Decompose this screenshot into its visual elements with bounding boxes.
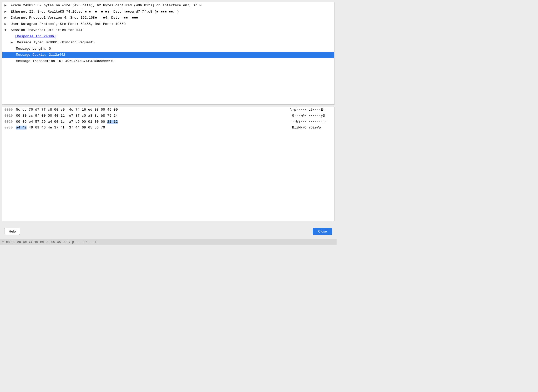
- hex-offset-0010: 0010: [4, 113, 16, 119]
- hex-ascii-0030: ·BIiFN7O 7DieVp: [290, 125, 332, 131]
- close-button[interactable]: Close: [313, 228, 332, 235]
- tree-row-ip-text: Internet Protocol Version 4, Src: 192.16…: [11, 16, 138, 20]
- tree-row-stun[interactable]: ▼ Session Traversal Utilities for NAT: [2, 27, 334, 33]
- hex-bytes-0020: 00 09 e4 57 29 a4 00 1c a7 b5 00 01 00 0…: [16, 119, 290, 125]
- hex-offset-0030: 0030: [4, 125, 16, 131]
- packet-tree-panel[interactable]: ▶ Frame 24302: 62 bytes on wire (496 bit…: [2, 2, 334, 105]
- tree-row-ethernet[interactable]: ▶ Ethernet II, Src: RealteKS_74:16:ed ■ …: [2, 9, 334, 15]
- hex-bytes-0030: a4 42 49 69 46 4e 37 4f 37 44 69 65 56 7…: [16, 125, 290, 131]
- hex-row-0000: 0000 5c dd 70 d7 7f c8 00 e0 4c 74 16 ed…: [2, 107, 334, 113]
- tree-row-stun-text: Session Traversal Utilities for NAT: [11, 28, 83, 32]
- hex-highlight-a4-42: a4 42: [16, 126, 27, 130]
- tree-row-msg-cookie[interactable]: Message Cookie: 2112a442: [2, 52, 334, 58]
- expand-icon-stun[interactable]: ▼: [4, 28, 8, 33]
- expand-icon-ethernet[interactable]: ▶: [4, 9, 8, 14]
- hex-row-0030: 0030 a4 42 49 69 46 4e 37 4f 37 44 69 65…: [2, 125, 334, 131]
- hex-ascii-0010: ·0····@· ······y$: [290, 113, 332, 119]
- tree-row-msg-length-text: Message Length: 0: [16, 47, 51, 51]
- tree-row-response-in[interactable]: [Response In: 24306]: [2, 33, 334, 40]
- hex-offset-0020: 0020: [4, 119, 16, 125]
- tree-row-msg-type-text: Message Type: 0x0001 (Binding Request): [17, 40, 95, 44]
- hex-bytes-0000: 5c dd 70 d7 7f c8 00 e0 4c 74 16 ed 08 0…: [16, 107, 290, 113]
- expand-icon-response-in: [9, 34, 12, 39]
- tree-row-udp-text: User Datagram Protocol, Src Port: 58455,…: [11, 22, 126, 26]
- response-in-link[interactable]: [Response In: 24306]: [15, 34, 56, 38]
- hex-row-0010: 0010 00 30 cc 9f 00 00 40 11 e7 8f c0 a8…: [2, 113, 334, 119]
- hex-bytes-0010: 00 30 cc 9f 00 00 40 11 e7 8f c0 a8 8c b…: [16, 113, 290, 119]
- status-text: f·c8·00·e0 4c·74·16·ed·08·00·45·00 \·p··…: [2, 240, 99, 244]
- hex-ascii-0000: \·p····· Lt····E·: [290, 107, 332, 113]
- tree-row-msg-length[interactable]: Message Length: 0: [2, 46, 334, 52]
- tree-row-msg-cookie-text: Message Cookie: 2112a442: [16, 53, 65, 57]
- footer: Help Close: [0, 223, 337, 239]
- hex-ascii-0020: ···W)··· ·······!·: [290, 119, 332, 125]
- hex-highlight-21-12: 21 12: [107, 120, 118, 124]
- status-bar: f·c8·00·e0 4c·74·16·ed·08·00·45·00 \·p··…: [0, 239, 337, 245]
- hex-panel[interactable]: 0000 5c dd 70 d7 7f c8 00 e0 4c 74 16 ed…: [2, 107, 334, 221]
- hex-offset-0000: 0000: [4, 107, 16, 113]
- tree-row-frame-text: Frame 24302: 62 bytes on wire (496 bits)…: [11, 3, 202, 7]
- tree-row-udp[interactable]: ▶ User Datagram Protocol, Src Port: 5845…: [2, 21, 334, 27]
- tree-row-msg-type[interactable]: ▶ Message Type: 0x0001 (Binding Request): [2, 39, 334, 46]
- help-button[interactable]: Help: [4, 228, 20, 235]
- tree-row-msg-txid[interactable]: Message Transaction ID: 4969464e374f3744…: [2, 58, 334, 64]
- expand-icon-ip[interactable]: ▶: [4, 15, 8, 20]
- indent-spacer: [4, 34, 9, 38]
- hex-row-0020: 0020 00 09 e4 57 29 a4 00 1c a7 b5 00 01…: [2, 119, 334, 125]
- expand-icon-frame[interactable]: ▶: [4, 3, 8, 8]
- expand-icon-udp[interactable]: ▶: [4, 22, 8, 27]
- main-container: ▶ Frame 24302: 62 bytes on wire (496 bit…: [0, 0, 337, 223]
- tree-row-frame[interactable]: ▶ Frame 24302: 62 bytes on wire (496 bit…: [2, 2, 334, 9]
- tree-row-ip[interactable]: ▶ Internet Protocol Version 4, Src: 192.…: [2, 15, 334, 21]
- tree-row-ethernet-text: Ethernet II, Src: RealteKS_74:16:ed ■ ■ …: [11, 10, 179, 14]
- tree-row-msg-txid-text: Message Transaction ID: 4969464e374f3744…: [16, 59, 114, 63]
- expand-icon-msg-type[interactable]: ▶: [11, 40, 14, 45]
